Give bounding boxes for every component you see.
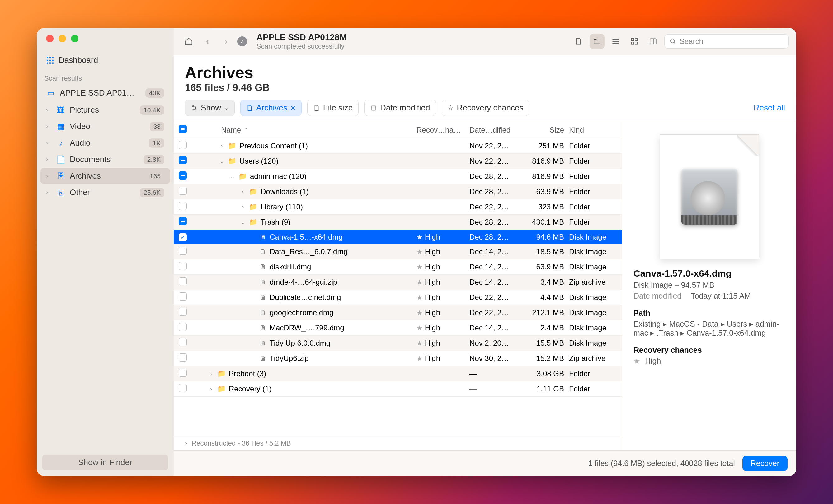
table-row[interactable]: ✓🗎Canva-1.5…-x64.dmg★ HighDec 28, 2…94.6… [174, 230, 622, 244]
sidebar-item-archives[interactable]: ›🗄Archives165 [41, 168, 170, 184]
chevron-right-icon[interactable]: › [208, 371, 214, 377]
table-row[interactable]: ›📁Recovery (1)—1.11 GBFolder [174, 381, 622, 397]
table-row[interactable]: ⌄📁Users (120)Nov 22, 2…816.9 MBFolder [174, 154, 622, 169]
column-kind[interactable]: Kind [567, 126, 619, 134]
table-row[interactable]: ⌄📁admin-mac (120)Dec 28, 2…816.9 MBFolde… [174, 169, 622, 184]
chevron-right-icon[interactable]: › [240, 204, 246, 210]
size-cell: 94.6 MB [520, 233, 567, 242]
checkbox[interactable] [179, 308, 187, 316]
close-window-button[interactable] [46, 35, 53, 42]
checkbox[interactable] [179, 277, 187, 285]
sidebar-device[interactable]: ▭ APPLE SSD AP01… 40K [41, 85, 170, 101]
column-name[interactable]: Name ⌃ [196, 126, 414, 134]
view-list-button[interactable] [608, 34, 623, 49]
table-row[interactable]: 🗎diskdrill.dmg★ HighDec 14, 2…63.9 MBDis… [174, 259, 622, 275]
table-row[interactable]: ⌄📁Trash (9)Dec 28, 2…430.1 MBFolder [174, 215, 622, 230]
date-cell: Dec 14, 2… [467, 262, 520, 271]
table-row[interactable]: 🗎dmde-4-…64-gui.zip★ HighDec 14, 2…3.4 M… [174, 275, 622, 290]
table-row[interactable]: 🗎MacDRW_….799.dmg★ HighDec 14, 2…2.4 MBD… [174, 321, 622, 336]
search-input[interactable]: Search [664, 34, 789, 49]
sidebar-item-pictures[interactable]: ›🖼Pictures10.4K [41, 102, 170, 118]
table-row[interactable]: ›📁Previous Content (1)Nov 22, 2…251 MBFo… [174, 138, 622, 154]
filter-file-size[interactable]: File size [307, 100, 359, 116]
file-icon: 🗎 [260, 263, 266, 271]
column-checkbox[interactable] [176, 125, 196, 135]
view-grid-button[interactable] [627, 34, 642, 49]
checkbox[interactable] [179, 353, 187, 361]
sidebar-item-label: Documents [70, 155, 111, 164]
svg-rect-5 [52, 59, 53, 61]
date-cell: Dec 14, 2… [467, 324, 520, 332]
chevron-down-icon[interactable]: ⌄ [218, 158, 225, 165]
filter-recovery-chances[interactable]: ☆ Recovery chances [442, 100, 529, 116]
filter-date-modified[interactable]: Date modified [364, 100, 436, 116]
checkbox[interactable] [179, 384, 187, 392]
checkbox[interactable] [179, 141, 187, 149]
column-recovery[interactable]: Recov…hances [414, 126, 467, 134]
filter-archives-chip[interactable]: Archives ✕ [240, 100, 302, 116]
checkbox-indeterminate[interactable] [179, 156, 187, 164]
table-row[interactable]: 🗎TidyUp6.zip★ HighNov 30, 2…15.2 MBZip a… [174, 351, 622, 366]
checkbox[interactable] [179, 262, 187, 270]
svg-point-12 [613, 39, 613, 40]
date-cell: Dec 14, 2… [467, 278, 520, 286]
sidebar-item-label: Pictures [70, 105, 99, 115]
checkbox[interactable] [179, 202, 187, 210]
table-row[interactable]: 🗎Tidy Up 6.0.0.dmg★ HighNov 2, 20…15.5 M… [174, 336, 622, 351]
show-in-finder-button[interactable]: Show in Finder [42, 455, 168, 471]
chevron-right-icon[interactable]: › [208, 386, 214, 392]
checkbox[interactable] [179, 293, 187, 301]
view-document-button[interactable] [571, 34, 586, 49]
view-folder-button[interactable] [590, 34, 604, 49]
sidebar-item-documents[interactable]: ›📄Documents2.8K [41, 152, 170, 167]
page-title: Archives [185, 63, 785, 82]
reconstructed-group[interactable]: › Reconstructed - 36 files / 5.2 MB [174, 436, 622, 451]
recover-button[interactable]: Recover [742, 456, 788, 471]
sidebar-item-video[interactable]: ›▦Video38 [41, 119, 170, 134]
minimize-window-button[interactable] [58, 35, 66, 42]
category-icon: 🖼 [56, 106, 65, 115]
checkbox[interactable] [179, 369, 187, 377]
chevron-down-icon[interactable]: ⌄ [229, 173, 235, 180]
remove-filter-icon[interactable]: ✕ [290, 104, 296, 112]
svg-rect-4 [49, 59, 51, 61]
sidebar-item-badge: 2.8K [143, 155, 164, 164]
inspector: Canva-1.57.0-x64.dmg Disk Image – 94.57 … [622, 122, 796, 451]
table-body[interactable]: ›📁Previous Content (1)Nov 22, 2…251 MBFo… [174, 138, 622, 436]
chevron-right-icon[interactable]: › [218, 143, 225, 149]
folder-icon: 📁 [249, 218, 257, 226]
star-icon: ★ [416, 278, 423, 286]
checkbox[interactable] [179, 187, 187, 195]
checkbox-checked[interactable]: ✓ [179, 233, 187, 242]
back-button[interactable]: ‹ [200, 34, 215, 49]
maximize-window-button[interactable] [71, 35, 78, 42]
forward-button[interactable]: › [218, 34, 234, 49]
column-size[interactable]: Size [520, 126, 567, 134]
chevron-down-icon[interactable]: ⌄ [240, 219, 246, 226]
checkbox[interactable] [179, 338, 187, 346]
reset-filters-button[interactable]: Reset all [754, 103, 785, 112]
size-cell: 15.5 MB [520, 339, 567, 348]
table-row[interactable]: ›📁Preboot (3)—3.08 GBFolder [174, 366, 622, 381]
checkbox[interactable] [179, 247, 187, 255]
table-row[interactable]: 🗎Data_Res…_6.0.7.dmg★ HighDec 14, 2…18.5… [174, 244, 622, 259]
main: ‹ › ✓ APPLE SSD AP0128M Scan completed s… [174, 28, 796, 476]
column-date[interactable]: Date…dified [467, 126, 520, 134]
svg-rect-18 [635, 42, 638, 45]
sidebar-item-other[interactable]: ›⎘Other25.6K [41, 184, 170, 200]
svg-rect-0 [47, 57, 48, 58]
table-row[interactable]: ›📁Downloads (1)Dec 28, 2…63.9 MBFolder [174, 184, 622, 199]
checkbox[interactable] [179, 323, 187, 331]
table-row[interactable]: 🗎googlechrome.dmg★ HighDec 22, 2…212.1 M… [174, 305, 622, 321]
sidebar-dashboard[interactable]: Dashboard [41, 52, 170, 68]
sidebar-item-audio[interactable]: ›♪Audio1K [41, 135, 170, 151]
table-row[interactable]: ›📁Library (110)Dec 22, 2…323 MBFolder [174, 199, 622, 215]
checkbox-indeterminate[interactable] [179, 171, 187, 179]
chevron-right-icon[interactable]: › [240, 188, 246, 195]
show-dropdown[interactable]: Show ⌄ [185, 100, 235, 116]
home-button[interactable] [181, 34, 196, 49]
svg-rect-19 [650, 39, 656, 44]
toggle-inspector-button[interactable] [646, 34, 661, 49]
table-row[interactable]: 🗎Duplicate…c.net.dmg★ HighDec 22, 2…4.4 … [174, 290, 622, 305]
checkbox-indeterminate[interactable] [179, 217, 187, 225]
